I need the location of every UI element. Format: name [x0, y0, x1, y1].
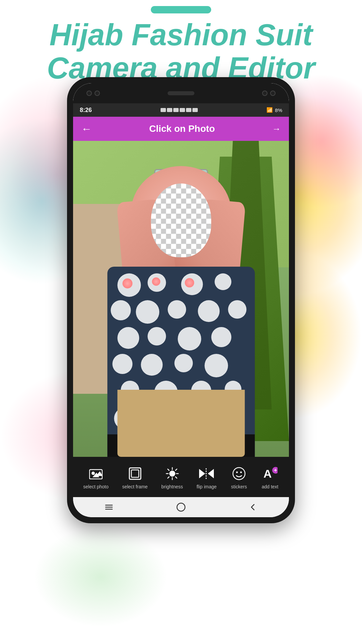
- top-pill-decoration: [151, 6, 211, 13]
- svg-line-13: [175, 469, 177, 470]
- svg-line-12: [175, 477, 177, 478]
- app-icon-2: [173, 108, 179, 112]
- app-icon-1: [167, 108, 172, 112]
- status-bar: 8:26 📶 8%: [73, 103, 289, 117]
- battery-indicator: 8%: [275, 107, 282, 113]
- svg-point-19: [236, 471, 238, 473]
- svg-text:A: A: [263, 467, 272, 480]
- hijab-figure: [89, 166, 273, 457]
- flower-17: [204, 354, 228, 377]
- sensor: [95, 91, 100, 96]
- flip-image-icon: [198, 465, 215, 482]
- header-title: Click on Photo: [149, 123, 215, 134]
- select-photo-label: select photo: [83, 484, 109, 489]
- flower-16: [174, 354, 193, 372]
- add-text-label: add text: [262, 484, 279, 489]
- face-placeholder[interactable]: [151, 183, 211, 257]
- notch-center: [168, 91, 194, 95]
- toolbar-stickers[interactable]: stickers: [230, 465, 248, 489]
- bottom-toolbar: select photo select frame: [73, 457, 289, 497]
- ir-sensor: [270, 91, 276, 96]
- flower-9: [228, 300, 246, 319]
- flower-15: [141, 354, 163, 376]
- notch-left: [86, 91, 100, 96]
- phone-screen: 8:26 📶 8% ← Click on Photo →: [73, 83, 289, 517]
- brightness-label: brightness: [161, 484, 183, 489]
- flower-6: [136, 300, 159, 324]
- svg-point-18: [233, 468, 245, 480]
- flower-center-1: [122, 278, 132, 288]
- flip-image-label: flip image: [196, 484, 217, 489]
- brightness-icon: [164, 465, 181, 482]
- status-bar-right: 📶 8%: [266, 107, 282, 113]
- select-frame-label: select frame: [122, 484, 147, 489]
- flower-11: [147, 327, 166, 345]
- recent-apps-button[interactable]: [101, 500, 117, 514]
- flower-center-3: [185, 278, 194, 287]
- speaker: [168, 91, 194, 95]
- photo-area[interactable]: [73, 141, 289, 457]
- toolbar-brightness[interactable]: brightness: [161, 465, 183, 489]
- svg-line-14: [168, 477, 169, 478]
- svg-marker-15: [199, 469, 205, 478]
- stickers-icon: [230, 465, 248, 482]
- nav-bar: [73, 497, 289, 517]
- pants: [117, 390, 245, 457]
- svg-point-27: [177, 503, 185, 511]
- app-icon-4: [186, 108, 191, 112]
- bg-green-blob: [34, 527, 168, 627]
- svg-point-6: [169, 471, 175, 477]
- toolbar-select-frame[interactable]: select frame: [122, 465, 147, 489]
- app-icon-3: [180, 108, 185, 112]
- flower-center-2: [152, 277, 160, 286]
- back-button[interactable]: ←: [81, 123, 92, 135]
- wifi-icon: 📶: [266, 107, 273, 113]
- flower-8: [198, 300, 220, 322]
- app-title-line1: Hijab Fashion Suit: [49, 18, 312, 52]
- select-photo-icon: [87, 465, 105, 482]
- svg-line-11: [168, 469, 169, 470]
- home-button[interactable]: [173, 500, 189, 514]
- svg-marker-17: [208, 469, 214, 478]
- flower-14: [112, 354, 132, 374]
- toolbar-add-text[interactable]: A + add text: [261, 465, 279, 489]
- hijab-photo: [73, 141, 289, 457]
- phone-mockup: 8:26 📶 8% ← Click on Photo →: [67, 77, 295, 523]
- back-nav-button[interactable]: [245, 500, 261, 514]
- select-frame-icon: [126, 465, 144, 482]
- status-icons: [161, 108, 198, 112]
- svg-point-20: [240, 471, 242, 473]
- app-header: ← Click on Photo →: [73, 117, 289, 141]
- toolbar-select-photo[interactable]: select photo: [83, 465, 109, 489]
- flower-10: [117, 327, 139, 349]
- svg-rect-5: [131, 470, 139, 477]
- notification-icon: [161, 108, 166, 112]
- forward-button[interactable]: →: [272, 124, 281, 134]
- flower-5: [111, 300, 131, 320]
- svg-point-1: [92, 472, 95, 475]
- phone-notch: [73, 83, 289, 103]
- notch-right: [262, 91, 276, 96]
- flower-13: [211, 327, 231, 347]
- phone-frame: 8:26 📶 8% ← Click on Photo →: [67, 77, 295, 523]
- svg-text:+: +: [274, 467, 277, 473]
- flower-12: [178, 327, 201, 351]
- selfie-camera: [262, 91, 267, 96]
- flower-7: [168, 300, 186, 319]
- app-icon-5: [192, 108, 198, 112]
- status-bar-time: 8:26: [80, 107, 92, 114]
- toolbar-flip-image[interactable]: flip image: [196, 465, 217, 489]
- stickers-label: stickers: [231, 484, 247, 489]
- front-camera: [86, 91, 92, 96]
- add-text-icon: A +: [261, 465, 279, 482]
- flower-4: [215, 273, 231, 290]
